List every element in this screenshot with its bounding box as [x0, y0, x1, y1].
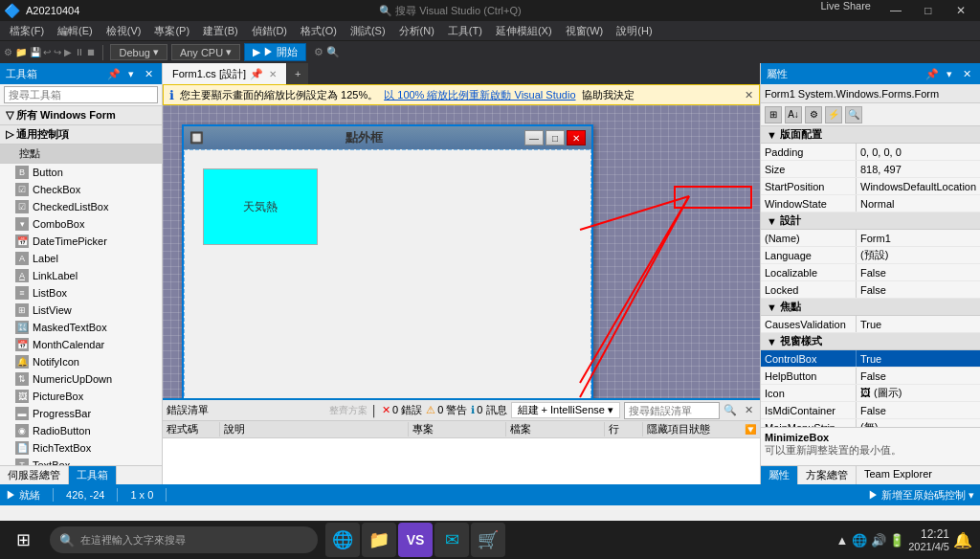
- props-val-mainmenustrip[interactable]: (無): [857, 419, 980, 427]
- toolbox-item-listbox[interactable]: ≡ ListBox: [0, 284, 162, 302]
- props-val-padding[interactable]: 0, 0, 0, 0: [857, 144, 980, 160]
- toolbox-item-checkedlistbox[interactable]: ☑ CheckedListBox: [0, 198, 162, 215]
- form-cyan-button[interactable]: 天気熱: [203, 168, 318, 245]
- props-section-design[interactable]: ▼ 設計: [761, 212, 980, 230]
- designer-area[interactable]: 🔲 點外框 — □ ✕ 天気熱: [163, 105, 760, 398]
- menu-edit[interactable]: 編輯(E): [52, 22, 99, 40]
- notification-icon[interactable]: 🔔: [953, 531, 972, 549]
- props-section-windowstyle[interactable]: ▼ 視窗樣式: [761, 333, 980, 350]
- tab-properties[interactable]: 屬性: [761, 466, 798, 484]
- menu-test[interactable]: 測試(S): [345, 22, 391, 40]
- toolbox-item-numericupdown[interactable]: ⇅ NumericUpDown: [0, 370, 162, 388]
- props-section-layout[interactable]: ▼ 版面配置: [761, 126, 980, 144]
- toolbox-item-linklabel[interactable]: A LinkLabel: [0, 267, 162, 284]
- error-panel-close[interactable]: ✕: [741, 403, 756, 418]
- info-link-restart[interactable]: 以 100% 縮放比例重新啟動 Visual Studio: [384, 88, 575, 102]
- taskbar-search-box[interactable]: 🔍 在這裡輸入文字來搜尋: [50, 526, 318, 553]
- toolbox-section-all-windows-forms[interactable]: ▽ 所有 Windows Form: [0, 106, 162, 125]
- tab-team-explorer[interactable]: Team Explorer: [857, 466, 940, 484]
- props-categorized-icon[interactable]: ⊞: [765, 106, 782, 123]
- error-count-badge[interactable]: ✕ 0 錯誤: [382, 403, 422, 417]
- toolbox-close-button[interactable]: ✕: [141, 66, 156, 81]
- minimize-button[interactable]: —: [880, 0, 911, 21]
- menu-analyze[interactable]: 分析(N): [393, 22, 440, 40]
- toolbox-item-progressbar[interactable]: ▬ ProgressBar: [0, 405, 162, 422]
- filter-icon-button[interactable]: 🔍: [724, 404, 737, 416]
- props-row-mainmenustrip[interactable]: MainMenuStrip (無): [761, 419, 980, 427]
- toolbox-item-maskedtextbox[interactable]: 🔣 MaskedTextBox: [0, 319, 162, 336]
- taskbar-clock[interactable]: 12:21 2021/4/5: [908, 527, 949, 552]
- taskbar-app-vs[interactable]: VS: [398, 523, 433, 557]
- toolbox-item-checkbox[interactable]: ☑ CheckBox: [0, 181, 162, 198]
- start-button[interactable]: ▶ ▶ 開始: [244, 43, 306, 61]
- hidden-filter-button[interactable]: 🔽: [741, 424, 760, 435]
- taskbar-app-edge[interactable]: 🌐: [325, 523, 360, 557]
- close-button[interactable]: ✕: [946, 0, 976, 21]
- props-row-ismdicontainer[interactable]: IsMdiContainer False: [761, 402, 980, 419]
- props-search-icon[interactable]: 🔍: [845, 106, 862, 123]
- info-close-button[interactable]: ✕: [745, 89, 753, 101]
- live-share[interactable]: Live Share: [820, 0, 871, 21]
- toolbox-item-textbox[interactable]: T TextBox: [0, 457, 162, 465]
- toolbox-pin-button[interactable]: 📌: [106, 66, 122, 81]
- taskbar-app-mail[interactable]: ✉: [434, 523, 469, 557]
- warning-count-badge[interactable]: ⚠ 0 警告: [426, 403, 467, 417]
- toolbox-item-notifyicon[interactable]: 🔔 NotifyIcon: [0, 353, 162, 370]
- props-pin-button[interactable]: 📌: [924, 66, 940, 81]
- props-row-size[interactable]: Size 818, 497: [761, 161, 980, 178]
- props-menu-button[interactable]: ▾: [942, 66, 957, 81]
- search-errors-input[interactable]: [624, 402, 720, 419]
- form-maximize-button[interactable]: □: [546, 130, 565, 145]
- props-val-icon[interactable]: 🖼 (圖示): [857, 385, 980, 401]
- props-section-focus[interactable]: ▼ 焦點: [761, 299, 980, 316]
- menu-file[interactable]: 檔案(F): [4, 22, 50, 40]
- tab-form1-designer[interactable]: Form1.cs [設計] 📌 ✕: [163, 63, 287, 84]
- toolbox-search-input[interactable]: [4, 86, 158, 103]
- props-properties-icon[interactable]: ⚙: [805, 106, 822, 123]
- props-val-size[interactable]: 818, 497: [857, 161, 980, 177]
- menu-project[interactable]: 專案(P): [148, 22, 195, 40]
- props-row-localizable[interactable]: Localizable False: [761, 264, 980, 281]
- intellisense-filter[interactable]: 組建 + IntelliSense ▾: [511, 402, 620, 418]
- props-val-controlbox[interactable]: True: [857, 350, 980, 367]
- props-val-helpbutton[interactable]: False: [857, 368, 980, 384]
- props-val-name[interactable]: Form1: [857, 230, 980, 246]
- toolbox-item-button[interactable]: B Button: [0, 164, 162, 181]
- cpu-dropdown[interactable]: Any CPU ▾: [171, 44, 240, 60]
- tab-solution-explorer[interactable]: 方案總管: [798, 466, 857, 484]
- form-body[interactable]: 天気熱: [184, 149, 591, 398]
- menu-build[interactable]: 建置(B): [197, 22, 244, 40]
- toolbox-item-picturebox[interactable]: 🖼 PictureBox: [0, 388, 162, 405]
- toolbox-item-radiobutton[interactable]: ◉ RadioButton: [0, 422, 162, 439]
- toolbox-section-controls[interactable]: 控點: [0, 145, 162, 164]
- props-row-helpbutton[interactable]: HelpButton False: [761, 368, 980, 385]
- props-val-ismdicontainer[interactable]: False: [857, 402, 980, 418]
- props-row-language[interactable]: Language (預設): [761, 247, 980, 264]
- debug-dropdown[interactable]: Debug ▾: [110, 44, 167, 60]
- props-row-locked[interactable]: Locked False: [761, 281, 980, 299]
- menu-tools[interactable]: 工具(T): [442, 22, 488, 40]
- props-row-padding[interactable]: Padding 0, 0, 0, 0: [761, 144, 980, 161]
- toolbox-item-listview[interactable]: ⊞ ListView: [0, 302, 162, 319]
- toolbox-item-label[interactable]: A Label: [0, 250, 162, 267]
- toolbox-item-datetimepicker[interactable]: 📅 DateTimePicker: [0, 233, 162, 250]
- props-val-locked[interactable]: False: [857, 281, 980, 298]
- start-button[interactable]: ⊞: [0, 521, 46, 559]
- props-close-button[interactable]: ✕: [959, 66, 974, 81]
- search-bar[interactable]: 🔍 搜尋 Visual Studio (Ctrl+Q): [379, 4, 522, 18]
- props-row-startposition[interactable]: StartPosition WindowsDefaultLocation: [761, 178, 980, 195]
- form-minimize-button[interactable]: —: [524, 130, 544, 145]
- props-row-windowstate[interactable]: WindowState Normal: [761, 195, 980, 212]
- toolbox-item-combobox[interactable]: ▾ ComboBox: [0, 215, 162, 233]
- server-explorer-tab[interactable]: 伺服器總管: [0, 466, 69, 484]
- toolbox-tab[interactable]: 工具箱: [69, 466, 117, 484]
- props-events-icon[interactable]: ⚡: [825, 106, 842, 123]
- props-row-controlbox[interactable]: ControlBox True: [761, 350, 980, 368]
- props-row-name[interactable]: (Name) Form1: [761, 230, 980, 247]
- menu-view[interactable]: 檢視(V): [100, 22, 147, 40]
- props-val-windowstate[interactable]: Normal: [857, 195, 980, 212]
- props-row-icon[interactable]: Icon 🖼 (圖示): [761, 385, 980, 402]
- menu-debug[interactable]: 偵錯(D): [246, 22, 293, 40]
- menu-extensions[interactable]: 延伸模組(X): [490, 22, 558, 40]
- toolbox-item-monthcalendar[interactable]: 📅 MonthCalendar: [0, 336, 162, 353]
